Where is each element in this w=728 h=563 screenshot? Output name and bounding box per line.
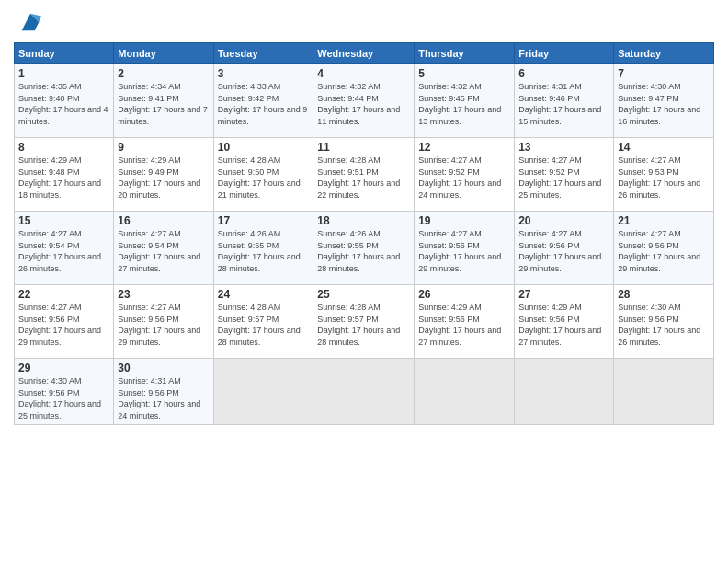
day-info: Sunrise: 4:26 AM Sunset: 9:55 PM Dayligh…	[218, 228, 310, 274]
day-number: 12	[418, 141, 510, 154]
day-number: 6	[518, 67, 609, 80]
day-number: 23	[118, 288, 209, 301]
col-sunday: Sunday	[15, 43, 114, 64]
calendar-cell: 9 Sunrise: 4:29 AM Sunset: 9:49 PM Dayli…	[114, 138, 213, 212]
day-number: 28	[618, 288, 710, 301]
day-info: Sunrise: 4:32 AM Sunset: 9:45 PM Dayligh…	[418, 81, 510, 127]
col-monday: Monday	[114, 43, 213, 64]
day-number: 11	[317, 141, 410, 154]
col-thursday: Thursday	[415, 43, 515, 64]
day-number: 1	[18, 67, 109, 80]
col-friday: Friday	[515, 43, 614, 64]
calendar-cell: 18 Sunrise: 4:26 AM Sunset: 9:55 PM Dayl…	[313, 212, 415, 285]
logo	[14, 9, 43, 35]
calendar-cell: 5 Sunrise: 4:32 AM Sunset: 9:45 PM Dayli…	[415, 64, 515, 138]
day-number: 17	[218, 214, 310, 227]
day-number: 5	[418, 67, 510, 80]
day-number: 18	[317, 214, 410, 227]
calendar-cell: 28 Sunrise: 4:30 AM Sunset: 9:56 PM Dayl…	[614, 285, 714, 359]
day-number: 14	[618, 141, 710, 154]
col-saturday: Saturday	[614, 43, 714, 64]
calendar-cell: 15 Sunrise: 4:27 AM Sunset: 9:54 PM Dayl…	[15, 212, 114, 285]
calendar-cell: 16 Sunrise: 4:27 AM Sunset: 9:54 PM Dayl…	[114, 212, 213, 285]
day-info: Sunrise: 4:27 AM Sunset: 9:56 PM Dayligh…	[518, 228, 609, 274]
calendar-cell: 20 Sunrise: 4:27 AM Sunset: 9:56 PM Dayl…	[515, 212, 614, 285]
day-number: 22	[18, 288, 109, 301]
col-tuesday: Tuesday	[213, 43, 313, 64]
calendar-cell	[213, 359, 313, 425]
calendar-cell: 21 Sunrise: 4:27 AM Sunset: 9:56 PM Dayl…	[614, 212, 714, 285]
calendar-cell	[515, 359, 614, 425]
day-info: Sunrise: 4:27 AM Sunset: 9:56 PM Dayligh…	[18, 302, 109, 348]
calendar-cell: 24 Sunrise: 4:28 AM Sunset: 9:57 PM Dayl…	[213, 285, 313, 359]
day-info: Sunrise: 4:30 AM Sunset: 9:56 PM Dayligh…	[18, 375, 109, 421]
day-info: Sunrise: 4:32 AM Sunset: 9:44 PM Dayligh…	[317, 81, 410, 127]
day-number: 26	[418, 288, 510, 301]
calendar-cell: 30 Sunrise: 4:31 AM Sunset: 9:56 PM Dayl…	[114, 359, 213, 425]
calendar-cell: 7 Sunrise: 4:30 AM Sunset: 9:47 PM Dayli…	[614, 64, 714, 138]
day-info: Sunrise: 4:29 AM Sunset: 9:48 PM Dayligh…	[18, 155, 109, 201]
day-info: Sunrise: 4:27 AM Sunset: 9:56 PM Dayligh…	[118, 302, 209, 348]
day-info: Sunrise: 4:29 AM Sunset: 9:56 PM Dayligh…	[418, 302, 510, 348]
day-number: 27	[518, 288, 609, 301]
day-info: Sunrise: 4:27 AM Sunset: 9:56 PM Dayligh…	[618, 228, 710, 274]
day-info: Sunrise: 4:33 AM Sunset: 9:42 PM Dayligh…	[218, 81, 310, 127]
calendar-cell: 22 Sunrise: 4:27 AM Sunset: 9:56 PM Dayl…	[15, 285, 114, 359]
day-info: Sunrise: 4:29 AM Sunset: 9:49 PM Dayligh…	[118, 155, 209, 201]
day-info: Sunrise: 4:27 AM Sunset: 9:54 PM Dayligh…	[18, 228, 109, 274]
day-info: Sunrise: 4:35 AM Sunset: 9:40 PM Dayligh…	[18, 81, 109, 127]
calendar-cell: 23 Sunrise: 4:27 AM Sunset: 9:56 PM Dayl…	[114, 285, 213, 359]
calendar-cell: 8 Sunrise: 4:29 AM Sunset: 9:48 PM Dayli…	[15, 138, 114, 212]
calendar-cell: 11 Sunrise: 4:28 AM Sunset: 9:51 PM Dayl…	[313, 138, 415, 212]
calendar-cell: 10 Sunrise: 4:28 AM Sunset: 9:50 PM Dayl…	[213, 138, 313, 212]
day-info: Sunrise: 4:27 AM Sunset: 9:54 PM Dayligh…	[118, 228, 209, 274]
day-number: 8	[18, 141, 109, 154]
day-number: 25	[317, 288, 410, 301]
day-info: Sunrise: 4:27 AM Sunset: 9:56 PM Dayligh…	[418, 228, 510, 274]
day-number: 4	[317, 67, 410, 80]
calendar-cell: 3 Sunrise: 4:33 AM Sunset: 9:42 PM Dayli…	[213, 64, 313, 138]
day-info: Sunrise: 4:34 AM Sunset: 9:41 PM Dayligh…	[118, 81, 209, 127]
header	[14, 9, 714, 35]
calendar-table: Sunday Monday Tuesday Wednesday Thursday…	[14, 42, 714, 425]
day-info: Sunrise: 4:27 AM Sunset: 9:52 PM Dayligh…	[418, 155, 510, 201]
day-number: 9	[118, 141, 209, 154]
day-info: Sunrise: 4:28 AM Sunset: 9:51 PM Dayligh…	[317, 155, 410, 201]
day-info: Sunrise: 4:31 AM Sunset: 9:46 PM Dayligh…	[518, 81, 609, 127]
day-number: 30	[118, 362, 209, 374]
calendar-cell: 13 Sunrise: 4:27 AM Sunset: 9:52 PM Dayl…	[515, 138, 614, 212]
day-number: 24	[218, 288, 310, 301]
calendar-cell: 19 Sunrise: 4:27 AM Sunset: 9:56 PM Dayl…	[415, 212, 515, 285]
calendar-cell: 25 Sunrise: 4:28 AM Sunset: 9:57 PM Dayl…	[313, 285, 415, 359]
calendar-cell: 1 Sunrise: 4:35 AM Sunset: 9:40 PM Dayli…	[15, 64, 114, 138]
day-info: Sunrise: 4:26 AM Sunset: 9:55 PM Dayligh…	[317, 228, 410, 274]
day-info: Sunrise: 4:27 AM Sunset: 9:53 PM Dayligh…	[618, 155, 710, 201]
day-number: 19	[418, 214, 510, 227]
day-info: Sunrise: 4:29 AM Sunset: 9:56 PM Dayligh…	[518, 302, 609, 348]
day-info: Sunrise: 4:31 AM Sunset: 9:56 PM Dayligh…	[118, 375, 209, 421]
page: Sunday Monday Tuesday Wednesday Thursday…	[0, 0, 728, 563]
calendar-cell	[415, 359, 515, 425]
calendar-header-row: Sunday Monday Tuesday Wednesday Thursday…	[15, 43, 714, 64]
day-number: 20	[518, 214, 609, 227]
calendar-cell: 27 Sunrise: 4:29 AM Sunset: 9:56 PM Dayl…	[515, 285, 614, 359]
day-number: 15	[18, 214, 109, 227]
calendar-cell: 26 Sunrise: 4:29 AM Sunset: 9:56 PM Dayl…	[415, 285, 515, 359]
day-info: Sunrise: 4:27 AM Sunset: 9:52 PM Dayligh…	[518, 155, 609, 201]
calendar-cell: 2 Sunrise: 4:34 AM Sunset: 9:41 PM Dayli…	[114, 64, 213, 138]
calendar-cell: 12 Sunrise: 4:27 AM Sunset: 9:52 PM Dayl…	[415, 138, 515, 212]
day-info: Sunrise: 4:28 AM Sunset: 9:57 PM Dayligh…	[317, 302, 410, 348]
logo-icon	[17, 9, 43, 35]
day-number: 10	[218, 141, 310, 154]
calendar-cell: 17 Sunrise: 4:26 AM Sunset: 9:55 PM Dayl…	[213, 212, 313, 285]
day-number: 3	[218, 67, 310, 80]
calendar-cell: 14 Sunrise: 4:27 AM Sunset: 9:53 PM Dayl…	[614, 138, 714, 212]
day-number: 16	[118, 214, 209, 227]
day-info: Sunrise: 4:30 AM Sunset: 9:56 PM Dayligh…	[618, 302, 710, 348]
calendar-cell: 29 Sunrise: 4:30 AM Sunset: 9:56 PM Dayl…	[15, 359, 114, 425]
day-number: 21	[618, 214, 710, 227]
calendar-cell: 6 Sunrise: 4:31 AM Sunset: 9:46 PM Dayli…	[515, 64, 614, 138]
day-info: Sunrise: 4:30 AM Sunset: 9:47 PM Dayligh…	[618, 81, 710, 127]
day-number: 2	[118, 67, 209, 80]
day-info: Sunrise: 4:28 AM Sunset: 9:50 PM Dayligh…	[218, 155, 310, 201]
